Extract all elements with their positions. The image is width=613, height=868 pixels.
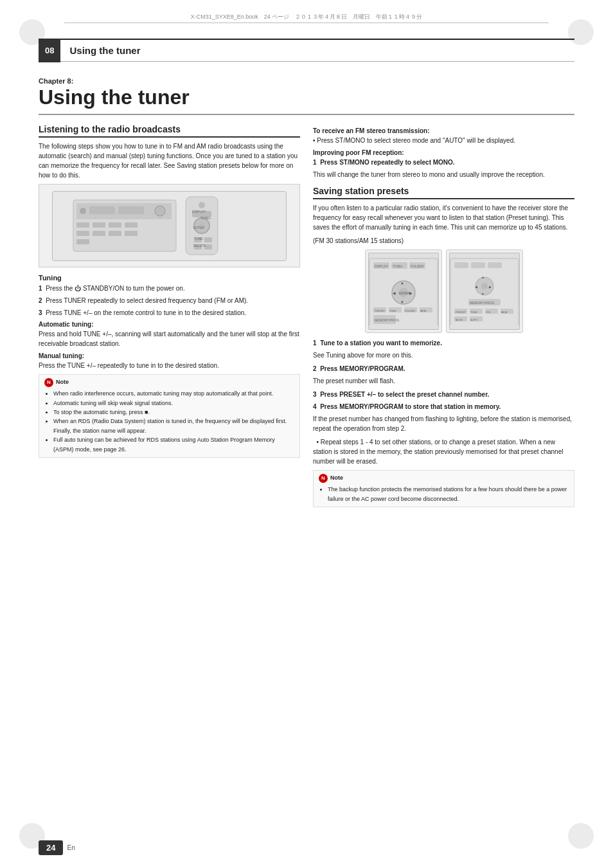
svg-text:DISPLAY: DISPLAY	[375, 264, 388, 268]
note-box-right: N Note The backup function protects the …	[313, 470, 574, 507]
step-2: 2 Press TUNER repeatedly to select desir…	[39, 296, 300, 305]
saving-title: Saving station presets	[313, 186, 574, 199]
svg-text:▲: ▲	[400, 281, 404, 285]
svg-rect-3	[89, 206, 115, 214]
device-box-inner-1: DISPLAY TUNE+ FOLDER ▲ ▼ ◀ ▶ ENTER	[368, 253, 439, 330]
note-item-right-1: The backup function protects the memoris…	[328, 485, 569, 503]
svg-rect-5	[76, 222, 89, 228]
step-3-num: 3	[39, 309, 42, 316]
page-lang: En	[67, 844, 75, 851]
svg-rect-54	[454, 262, 468, 268]
device-svg: DISPLAY TUNE+ ENTER TUNE- DELETE	[67, 194, 272, 258]
device-img-inner: DISPLAY TUNE+ ENTER TUNE- DELETE	[52, 191, 287, 261]
step-1-num: 1	[39, 285, 42, 292]
saving-text: If you often listen to a particular radi…	[313, 203, 574, 232]
svg-text:MEMORY/PROG: MEMORY/PROG	[375, 318, 400, 322]
saving-step-2-text: Press MEMORY/PROGRAM.	[320, 365, 405, 372]
saving-bullet-content: Repeat steps 1 - 4 to set other stations…	[313, 439, 563, 465]
svg-text:▶: ▶	[489, 285, 492, 289]
poor-fm-step-text: Press ST/MONO repeatedly to select MONO.	[320, 159, 455, 166]
left-column: Listening to the radio broadcasts The fo…	[39, 124, 300, 507]
svg-text:MEM.: MEM.	[420, 309, 427, 312]
note-header-left: N Note	[44, 378, 294, 387]
fm-stereo-title: To receive an FM stereo transmission:	[313, 127, 574, 134]
right-column: To receive an FM stereo transmission: • …	[313, 124, 574, 507]
svg-rect-12	[125, 231, 138, 236]
svg-text:FOLDER: FOLDER	[411, 264, 424, 268]
note-list-right: The backup function protects the memoris…	[319, 485, 569, 503]
device-svg-right-1: DISPLAY TUNE+ FOLDER ▲ ▼ ◀ ▶ ENTER	[368, 257, 439, 325]
svg-rect-10	[93, 231, 105, 236]
tuning-title: Tuning	[39, 274, 300, 282]
saving-step-2-detail: The preset number will flash.	[313, 376, 574, 386]
svg-text:DELETE: DELETE	[193, 244, 206, 248]
saving-step-3-num: 3	[313, 391, 317, 398]
saving-step-1-detail: See Tuning above for more on this.	[313, 350, 574, 360]
svg-rect-21	[204, 237, 212, 242]
svg-text:TUNE+: TUNE+	[200, 216, 211, 220]
saving-step-4-text: Press MEMORY/PROGRAM to store that stati…	[320, 403, 501, 410]
svg-text:◀: ◀	[393, 291, 396, 295]
step-1: 1 Press the ⏻ STANDBY/ON to turn the pow…	[39, 284, 300, 293]
svg-text:TUNE: TUNE	[389, 309, 396, 312]
svg-text:DISPLAY: DISPLAY	[192, 210, 206, 213]
poor-fm-step: 1 Press ST/MONO repeatedly to select MON…	[313, 158, 574, 167]
saving-step-1-text: Tune to a station you want to memorize.	[320, 339, 442, 347]
manual-tuning-text: Press the TUNE +/– repeatedly to tune in…	[39, 361, 300, 370]
svg-text:▲: ▲	[481, 275, 484, 279]
svg-text:MUTE: MUTE	[456, 318, 463, 321]
svg-text:TUNE+: TUNE+	[393, 264, 404, 268]
saving-step-4-detail: If the preset number has changed from fl…	[313, 414, 574, 433]
svg-text:PRESET: PRESET	[375, 309, 386, 312]
main-content: Chapter 8: Using the tuner Listening to …	[39, 71, 574, 817]
svg-text:▼: ▼	[400, 300, 404, 304]
svg-rect-11	[109, 231, 121, 236]
chapter-badge: 08	[39, 39, 60, 62]
svg-text:ENTER: ENTER	[399, 291, 410, 295]
note-item-3: To stop the automatic tuning, press ■.	[53, 408, 294, 417]
auto-tuning-title: Automatic tuning:	[39, 321, 300, 328]
note-item-2: Automatic tuning will skip weak signal s…	[53, 399, 294, 408]
note-header-right: N Note	[319, 474, 569, 483]
svg-text:VOL: VOL	[486, 311, 492, 314]
note-label-left: Note	[56, 378, 69, 387]
step-3: 3 Press TUNE +/– on the remote control t…	[39, 308, 300, 318]
svg-rect-8	[125, 222, 138, 228]
device-box-2: ▲ ▼ ◀ ▶ MEMORY/PROG PRESE	[446, 249, 523, 333]
svg-text:PRESET: PRESET	[456, 311, 466, 314]
saving-step-3-text: Press PRESET +/– to select the preset ch…	[320, 391, 489, 398]
svg-text:▼: ▼	[481, 292, 484, 296]
device-box-1: DISPLAY TUNE+ FOLDER ▲ ▼ ◀ ▶ ENTER	[365, 249, 442, 333]
svg-rect-4	[118, 206, 144, 214]
svg-point-2	[80, 208, 86, 214]
saving-step-1: 1 Tune to a station you want to memorize…	[313, 338, 574, 348]
svg-text:FOLDER: FOLDER	[405, 309, 415, 312]
step-1-text: Press the ⏻ STANDBY/ON to turn the power…	[46, 285, 185, 292]
note-list-left: When radio interference occurs, automati…	[44, 389, 294, 454]
svg-text:TUNE-: TUNE-	[194, 237, 204, 240]
svg-text:ENTER: ENTER	[193, 226, 204, 230]
manual-tuning-title: Manual tuning:	[39, 352, 300, 359]
svg-rect-55	[471, 262, 485, 268]
note-icon-left: N	[44, 378, 53, 387]
svg-text:AUTO: AUTO	[470, 318, 477, 321]
chapter-label: Chapter 8:	[39, 77, 574, 85]
svg-point-58	[481, 283, 488, 289]
two-column-layout: Listening to the radio broadcasts The fo…	[39, 124, 574, 507]
device-image-left: DISPLAY TUNE+ ENTER TUNE- DELETE	[39, 184, 300, 267]
svg-rect-13	[76, 239, 89, 244]
note-icon-right: N	[319, 474, 328, 483]
step-2-text: Press TUNER repeatedly to select desired…	[46, 297, 248, 304]
footer: 24 En	[39, 840, 574, 855]
svg-point-16	[199, 202, 205, 208]
saving-step-1-num: 1	[313, 339, 317, 347]
note-item-5: Full auto tuning can be achieved for RDS…	[53, 435, 294, 454]
saving-bullet-text: • Repeat steps 1 - 4 to set other statio…	[313, 437, 574, 466]
svg-text:MEM.: MEM.	[501, 311, 508, 314]
svg-point-14	[155, 206, 165, 216]
saving-step-4-num: 4	[313, 403, 317, 410]
saving-step-2-num: 2	[313, 365, 317, 372]
note-item-1: When radio interference occurs, automati…	[53, 389, 294, 398]
device-svg-right-2: ▲ ▼ ◀ ▶ MEMORY/PROG PRESE	[449, 257, 520, 325]
page-number: 24	[39, 840, 63, 855]
